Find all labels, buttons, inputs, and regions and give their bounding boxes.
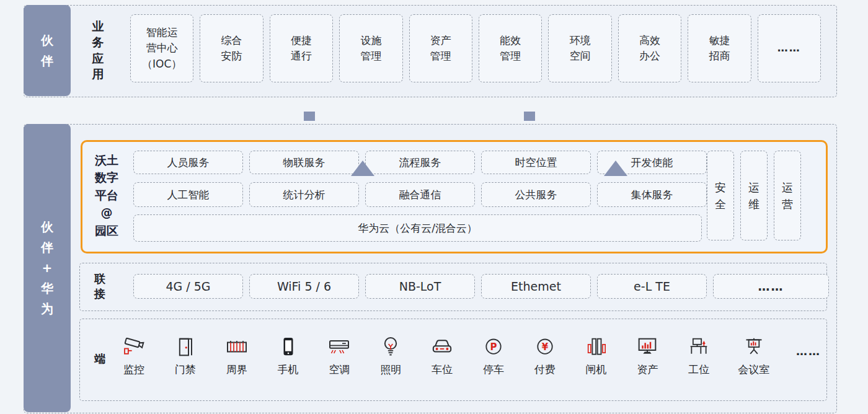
- door-icon: [173, 335, 198, 359]
- conn-box-nbiot: NB-LoT: [365, 274, 475, 299]
- device-label: 空调: [329, 363, 350, 377]
- device-item-door: 门禁: [173, 335, 198, 388]
- asset-icon: [635, 335, 660, 359]
- platform-pillars: 安 全 运 维 运 营: [707, 151, 801, 240]
- pillar-security: 安 全: [707, 151, 734, 240]
- device-item-asset: 资产: [635, 335, 660, 388]
- device-item-cctv: 监控: [122, 335, 146, 388]
- conn-box-wifi: WiFi 5 / 6: [249, 274, 359, 299]
- partner-sidebar-top-label: 伙 伴: [41, 30, 53, 71]
- bulb-icon: [378, 335, 403, 359]
- device-label: 闸机: [586, 363, 607, 377]
- platform-box-iot: 物联服务: [249, 151, 359, 174]
- meeting-icon: [742, 335, 766, 359]
- triangle-connector-left: [351, 161, 374, 176]
- app-box-more: ……: [758, 14, 821, 82]
- svg-text:¥: ¥: [542, 341, 549, 353]
- app-box-office: 高效 办公: [618, 14, 681, 82]
- platform-box-location: 时空位置: [481, 151, 591, 174]
- device-label: 付费: [534, 363, 556, 377]
- gate-icon: [584, 335, 609, 359]
- business-apps-row-label: 业 务 应 用: [87, 5, 109, 96]
- connectivity-label: 联 接: [91, 263, 109, 310]
- platform-row-2: 人工智能 统计分析 融合通信 公共服务 集体服务: [133, 182, 707, 207]
- triangle-connector-right: [604, 161, 627, 176]
- business-apps-box-row: 智能运 营中心 （IOC） 综合 安防 便捷 通行 设施 管理 资产 管理 能效…: [130, 14, 821, 82]
- device-label: 工位: [688, 363, 709, 377]
- car-icon: [430, 335, 454, 359]
- device-item-desk: 工位: [686, 335, 711, 388]
- device-label: 车位: [432, 363, 453, 377]
- platform-box-collective: 集体服务: [597, 182, 707, 207]
- platform-box-process: 流程服务: [365, 151, 475, 174]
- app-box-facility: 设施 管理: [339, 14, 402, 82]
- app-box-access: 便捷 通行: [270, 14, 333, 82]
- pillar-operation: 运 营: [774, 151, 801, 240]
- app-box-energy: 能效 管理: [479, 14, 542, 82]
- parking-icon: P: [481, 335, 506, 359]
- conn-box-ethernet: Ethemet: [481, 274, 591, 299]
- device-item-bulb: 照明: [378, 335, 403, 388]
- device-label: 停车: [483, 363, 504, 377]
- device-label: 手机: [278, 363, 299, 377]
- device-item-meeting: 会议室: [738, 335, 769, 388]
- connectivity-box-row: 4G / 5G WiFi 5 / 6 NB-LoT Ethemet e-L TE…: [133, 274, 829, 299]
- platform-box-people: 人员服务: [133, 151, 243, 174]
- cctv-icon: [122, 335, 146, 359]
- devices-label: 端: [91, 319, 109, 400]
- device-item-phone: 手机: [276, 335, 301, 388]
- desk-icon: [686, 335, 711, 359]
- device-label: 会议室: [738, 363, 769, 377]
- partner-huawei-sidebar-label: 伙 伴 + 华 为: [41, 217, 53, 319]
- fence-icon: [224, 335, 249, 359]
- device-label: 周界: [226, 363, 247, 377]
- device-label: 资产: [637, 363, 658, 377]
- pillar-maintenance: 运 维: [740, 151, 768, 240]
- ac-icon: [327, 335, 352, 359]
- device-item-car: 车位: [430, 335, 454, 388]
- partner-huawei-sidebar: 伙 伴 + 华 为: [24, 124, 71, 412]
- svg-text:P: P: [490, 341, 497, 353]
- device-label: 照明: [380, 363, 401, 377]
- conn-box-4g5g: 4G / 5G: [133, 274, 243, 299]
- platform-box-public: 公共服务: [481, 182, 591, 207]
- app-box-environment: 环境 空间: [548, 14, 611, 82]
- platform-box-ai: 人工智能: [133, 182, 243, 207]
- pay-icon: ¥: [533, 335, 557, 359]
- devices-ellipsis: ……: [796, 345, 821, 388]
- platform-box-stats: 统计分析: [249, 182, 359, 207]
- conn-box-more: ……: [713, 274, 829, 299]
- app-box-security: 综合 安防: [200, 14, 263, 82]
- app-box-ioc: 智能运 营中心 （IOC）: [130, 14, 193, 82]
- device-item-pay: ¥ 付费: [533, 335, 557, 388]
- app-box-asset: 资产 管理: [409, 14, 472, 82]
- digital-platform-label: 沃土 数字 平台 @ 园区: [83, 143, 130, 248]
- phone-icon: [276, 335, 301, 359]
- connector-square-right: [524, 112, 535, 121]
- app-box-investment: 敏捷 招商: [688, 14, 751, 82]
- device-label: 门禁: [175, 363, 196, 377]
- partner-sidebar-top: 伙 伴: [24, 5, 71, 96]
- device-item-ac: 空调: [327, 335, 352, 388]
- device-label: 监控: [123, 363, 144, 377]
- platform-box-comms: 融合通信: [365, 182, 475, 207]
- device-item-parking: P 停车: [481, 335, 506, 388]
- device-item-fence: 周界: [224, 335, 249, 388]
- connector-square-left: [304, 112, 315, 121]
- device-item-gate: 闸机: [584, 335, 609, 388]
- conn-box-elte: e-L TE: [597, 274, 707, 299]
- huawei-cloud-box: 华为云（公有云/混合云）: [133, 214, 702, 242]
- devices-row: 监控 门禁 周界 手机 空调: [122, 335, 821, 388]
